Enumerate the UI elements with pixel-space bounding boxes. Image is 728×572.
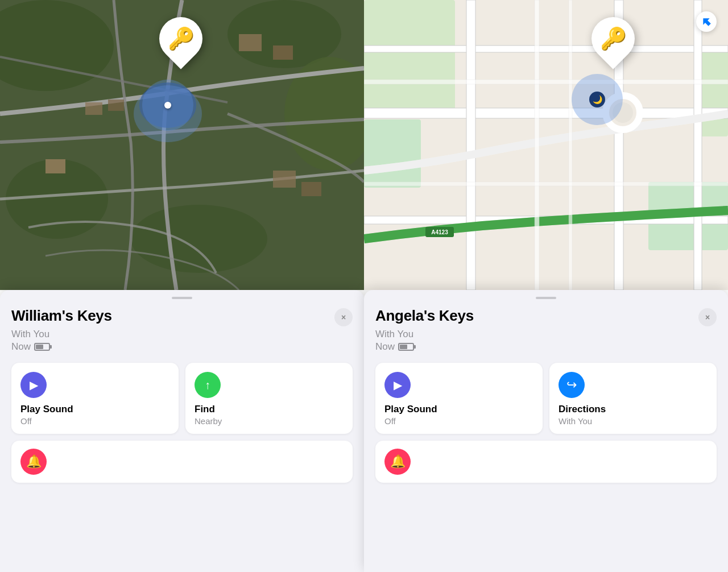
svg-rect-20 bbox=[364, 108, 728, 118]
sheet-handle-right bbox=[536, 297, 556, 299]
location-arrow-button[interactable] bbox=[696, 11, 717, 32]
right-sheet: Angela's Keys × With You Now ▶ Play Soun… bbox=[364, 290, 728, 572]
find-nearby-icon: ↑ bbox=[195, 372, 221, 398]
battery-icon-left bbox=[34, 343, 50, 351]
directions-subtitle: With You bbox=[559, 416, 708, 426]
moon-icon: 🌙 bbox=[593, 96, 602, 103]
svg-rect-28 bbox=[535, 0, 539, 290]
right-subtitle: With You bbox=[375, 329, 717, 340]
play-sound-icon-right: ▶ bbox=[384, 372, 411, 398]
svg-rect-30 bbox=[364, 80, 728, 84]
left-close-button[interactable]: × bbox=[334, 308, 353, 326]
key-emoji-left: 🔑 bbox=[168, 28, 195, 49]
play-sound-icon-left: ▶ bbox=[20, 372, 47, 398]
left-subtitle: With You bbox=[11, 329, 353, 340]
svg-rect-6 bbox=[239, 34, 262, 51]
left-status: Now bbox=[11, 341, 353, 353]
svg-rect-12 bbox=[301, 182, 321, 196]
right-status: Now bbox=[375, 341, 717, 353]
svg-rect-10 bbox=[46, 159, 65, 173]
directions-title: Directions bbox=[559, 404, 708, 415]
play-sound-subtitle-right: Off bbox=[384, 416, 533, 426]
svg-rect-23 bbox=[466, 0, 475, 290]
play-sound-button-right[interactable]: ▶ Play Sound Off bbox=[375, 363, 543, 434]
right-close-button[interactable]: × bbox=[698, 308, 717, 326]
battery-icon-right bbox=[398, 343, 414, 351]
location-circle-left bbox=[142, 80, 193, 131]
notification-button-left[interactable]: 🔔 bbox=[11, 441, 353, 483]
svg-rect-31 bbox=[364, 182, 728, 186]
find-nearby-title: Find bbox=[195, 404, 344, 415]
play-sound-title-right: Play Sound bbox=[384, 404, 533, 415]
left-item-title: William's Keys bbox=[11, 307, 112, 325]
left-map-pin: 🔑 bbox=[159, 17, 202, 60]
right-map-pin: 🔑 bbox=[592, 17, 635, 60]
svg-rect-16 bbox=[364, 0, 455, 114]
left-sheet: William's Keys × With You Now ▶ Play Sou… bbox=[0, 290, 364, 572]
svg-rect-29 bbox=[569, 0, 572, 290]
svg-rect-11 bbox=[273, 171, 296, 188]
play-sound-title-left: Play Sound bbox=[20, 404, 169, 415]
close-icon-right: × bbox=[705, 313, 710, 322]
find-nearby-subtitle: Nearby bbox=[195, 416, 344, 426]
svg-rect-22 bbox=[364, 45, 728, 52]
key-emoji-right: 🔑 bbox=[600, 28, 627, 49]
play-sound-button-left[interactable]: ▶ Play Sound Off bbox=[11, 363, 179, 434]
sheet-handle-left bbox=[172, 297, 192, 299]
play-sound-subtitle-left: Off bbox=[20, 416, 169, 426]
notification-icon-left: 🔔 bbox=[20, 449, 47, 475]
directions-button[interactable]: ↪ Directions With You bbox=[549, 363, 717, 434]
directions-icon: ↪ bbox=[559, 372, 585, 398]
svg-rect-17 bbox=[364, 119, 421, 188]
close-icon-left: × bbox=[341, 313, 346, 322]
left-actions-grid: ▶ Play Sound Off ↑ Find Nearby bbox=[11, 363, 353, 434]
svg-rect-7 bbox=[273, 45, 293, 60]
left-panel: 🔑 William's Keys × With You Now ▶ bbox=[0, 0, 364, 572]
right-panel: A4123 🔑 🌙 Angela's Keys × bbox=[364, 0, 728, 572]
notification-icon-right: 🔔 bbox=[384, 449, 411, 475]
svg-text:A4123: A4123 bbox=[431, 229, 448, 235]
svg-rect-8 bbox=[85, 102, 102, 115]
notification-button-right[interactable]: 🔔 bbox=[375, 441, 717, 483]
left-map: 🔑 bbox=[0, 0, 364, 290]
right-item-title: Angela's Keys bbox=[375, 307, 474, 325]
svg-rect-25 bbox=[694, 0, 702, 290]
right-actions-grid: ▶ Play Sound Off ↪ Directions With You bbox=[375, 363, 717, 434]
svg-point-5 bbox=[131, 205, 267, 273]
svg-rect-9 bbox=[108, 100, 124, 111]
location-circle-right: 🌙 bbox=[572, 74, 623, 125]
find-nearby-button[interactable]: ↑ Find Nearby bbox=[185, 363, 353, 434]
right-map: A4123 🔑 🌙 bbox=[364, 0, 728, 290]
